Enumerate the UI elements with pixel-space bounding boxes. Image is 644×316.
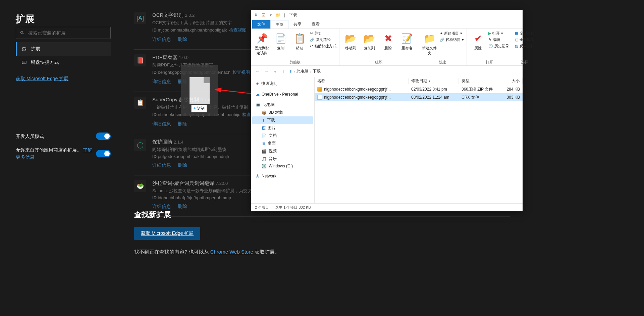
extension-icon: [A]	[134, 12, 146, 24]
tab-share[interactable]: 共享	[288, 20, 307, 29]
props-label: 属性	[470, 46, 486, 51]
nav-recent-button[interactable]: ▾	[272, 69, 278, 74]
search-box[interactable]	[16, 27, 111, 39]
get-edge-extensions-button[interactable]: 获取 Microsoft Edge 扩展	[134, 227, 200, 240]
tree-item[interactable]: 🎬视频	[252, 147, 313, 155]
tree-item[interactable]: 🖼图片	[252, 124, 313, 132]
new-folder-button[interactable]: 📁新建文件夹	[421, 31, 438, 56]
newfolder-label: 新建文件夹	[421, 46, 438, 56]
copy-button[interactable]: 📄复制	[272, 31, 289, 51]
tree-this-pc[interactable]: 💻此电脑	[252, 101, 313, 109]
tree-label: 视频	[269, 148, 277, 154]
tab-file[interactable]: 文件	[252, 20, 270, 29]
file-list-header[interactable]: 名称 修改日期▾ 类型 大小	[315, 77, 523, 85]
open-label: 打开	[492, 31, 500, 36]
tree-item[interactable]: 🖥桌面	[252, 140, 313, 147]
file-date: 08/02/2022 11:24 am	[409, 95, 459, 100]
tree-item[interactable]: 💽Windows (C:)	[252, 163, 313, 169]
qat-dropdown-icon[interactable]: ▾	[268, 12, 274, 18]
properties-button[interactable]: ✔属性	[470, 31, 486, 51]
details-link[interactable]: 详细信息	[152, 162, 171, 168]
pin-label: 固定到快速访问	[254, 46, 270, 56]
newitem-icon: ✦	[440, 31, 443, 36]
details-link[interactable]: 详细信息	[152, 121, 171, 126]
tree-item[interactable]: 📄文档	[252, 132, 313, 140]
remove-link[interactable]: 删除	[178, 162, 187, 168]
nav-up-button[interactable]: ↑	[280, 69, 287, 74]
col-name[interactable]: 名称	[315, 78, 409, 84]
tree-label: 此电脑	[263, 102, 275, 108]
developer-mode-toggle[interactable]	[96, 133, 111, 140]
tree-quick-access[interactable]: ★快速访问	[252, 80, 313, 88]
tab-home[interactable]: 主页	[270, 20, 288, 29]
copy-path-button[interactable]: 🔗复制路径	[310, 37, 336, 42]
invert-selection-button[interactable]: ▨反向选择	[515, 44, 534, 49]
tree-item[interactable]: ⬇下载	[252, 116, 313, 124]
extension-version: 2.1.4	[174, 140, 183, 145]
tree-label: 图片	[268, 125, 276, 131]
file-size: 284 KB	[499, 87, 523, 92]
details-link[interactable]: 详细信息	[152, 79, 171, 84]
tree-label: 桌面	[268, 141, 276, 146]
open-button[interactable]: ▶打开▾	[488, 31, 509, 36]
tree-item[interactable]: 📦3D 对象	[252, 109, 313, 116]
file-row[interactable]: nlgphodeccebbcnkgmokeegopgpnjf... 08/02/…	[315, 93, 523, 101]
col-date-label: 修改日期	[411, 78, 427, 83]
tree-icon: 🖼	[262, 126, 266, 130]
invert-icon: ▨	[515, 44, 518, 48]
file-row[interactable]: nlgphodeccebbcnkgmokeegopgpnjf... 02/03/…	[315, 85, 523, 93]
select-all-button[interactable]: ▦全部选择	[515, 31, 534, 36]
extension-icon: 📕	[134, 54, 146, 66]
sidebar-item-extensions[interactable]: 扩展	[16, 42, 111, 56]
paste-shortcut-button[interactable]: ↩粘贴快捷方式	[310, 44, 336, 49]
chrome-web-store-link[interactable]: Chrome Web Store	[210, 249, 253, 255]
tree-label: 文档	[269, 133, 277, 139]
crumb-folder[interactable]: 下载	[313, 68, 321, 74]
nav-back-button[interactable]: ←	[254, 69, 261, 74]
find-new-extensions: 查找新扩展 获取 Microsoft Edge 扩展 找不到正在查找的内容? 也…	[134, 210, 280, 256]
inspect-view-link[interactable]: 检查视图	[229, 28, 247, 33]
details-link[interactable]: 详细信息	[152, 204, 171, 209]
sidebar-item-shortcuts[interactable]: 键盘快捷方式	[16, 56, 111, 69]
inspect-view-link[interactable]: 检查视图	[232, 70, 250, 75]
easy-access-button[interactable]: 🔗轻松访问▾	[440, 37, 464, 42]
tree-label: 音乐	[269, 156, 277, 162]
cut-button[interactable]: ✂剪切	[310, 31, 336, 36]
tab-view[interactable]: 查看	[307, 20, 325, 29]
details-link[interactable]: 详细信息	[152, 37, 171, 42]
search-input[interactable]	[28, 30, 107, 36]
sidebar: 扩展 键盘快捷方式 获取 Microsoft Edge 扩展	[16, 42, 111, 82]
extension-version: 2.0.2	[185, 13, 195, 18]
tree-network[interactable]: 🖧Network	[252, 173, 313, 179]
col-type[interactable]: 类型	[459, 78, 499, 84]
col-date[interactable]: 修改日期▾	[409, 78, 459, 84]
select-none-button[interactable]: ▢全部取消	[515, 37, 534, 42]
new-item-button[interactable]: ✦新建项目▾	[440, 31, 464, 36]
get-edge-extensions-link[interactable]: 获取 Microsoft Edge 扩展	[16, 76, 111, 82]
find-note-a: 找不到正在查找的内容? 也可以从	[134, 249, 210, 255]
move-to-button[interactable]: 📂移动到	[342, 31, 359, 51]
breadcrumb[interactable]: ⬇ › 此电脑 › 下载	[289, 68, 321, 74]
checkbox-icon[interactable]: ☑	[260, 12, 266, 18]
chevron-right-icon: ›	[310, 69, 311, 74]
tree-onedrive[interactable]: ☁OneDrive - Personal	[252, 91, 313, 98]
pin-quick-access-button[interactable]: 📌固定到快速访问	[254, 31, 270, 56]
remove-link[interactable]: 删除	[178, 204, 187, 209]
down-arrow-icon[interactable]: ⬇	[253, 12, 259, 18]
delete-button[interactable]: ✖删除	[380, 31, 396, 51]
tree-icon: 🎵	[262, 157, 267, 161]
remove-link[interactable]: 删除	[178, 121, 187, 126]
allow-other-stores-toggle[interactable]	[96, 150, 111, 157]
crumb-pc[interactable]: 此电脑	[297, 68, 309, 74]
history-button[interactable]: 🕘历史记录	[488, 44, 509, 49]
col-size[interactable]: 大小	[499, 78, 523, 84]
edit-button[interactable]: ✎编辑	[488, 37, 509, 42]
copy-to-button[interactable]: 📂复制到	[361, 31, 378, 51]
remove-link[interactable]: 删除	[178, 37, 187, 42]
paste-button[interactable]: 📋粘贴	[291, 31, 308, 51]
extension-version: 7.20.0	[216, 181, 228, 186]
tree-item[interactable]: 🎵音乐	[252, 155, 313, 163]
cut-label: 剪切	[314, 31, 322, 36]
rename-button[interactable]: 📝重命名	[398, 31, 415, 51]
nav-forward-button[interactable]: →	[263, 69, 270, 74]
